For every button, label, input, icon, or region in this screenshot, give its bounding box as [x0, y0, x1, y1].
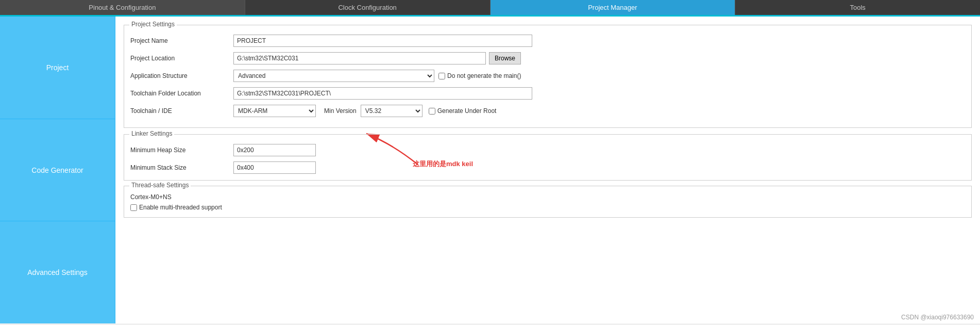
main-layout: Project Code Generator Advanced Settings… [0, 17, 980, 323]
project-location-row: Project Location Browse [130, 52, 965, 64]
generate-under-root-checkbox[interactable] [429, 108, 435, 115]
min-heap-label: Minimum Heap Size [130, 147, 233, 154]
sidebar-item-project[interactable]: Project [0, 17, 115, 119]
nav-tools[interactable]: Tools [735, 0, 980, 15]
toolchain-ide-select[interactable]: MDK-ARM [233, 105, 316, 117]
app-structure-row: Application Structure Advanced Do not ge… [130, 70, 965, 82]
enable-multi-threaded-label: Enable multi-threaded support [130, 204, 965, 211]
project-location-input[interactable] [233, 52, 486, 64]
project-settings-group: Project Settings Project Name Project Lo… [124, 25, 972, 128]
toolchain-folder-row: Toolchain Folder Location [130, 87, 965, 100]
sidebar-item-code-generator[interactable]: Code Generator [0, 119, 115, 222]
project-location-label: Project Location [130, 55, 233, 62]
min-version-label: Min Version [324, 107, 357, 115]
min-stack-label: Minimum Stack Size [130, 164, 233, 171]
toolchain-folder-input[interactable] [233, 87, 532, 100]
do-not-generate-checkbox[interactable] [438, 73, 445, 79]
app-structure-select[interactable]: Advanced [233, 70, 434, 82]
toolchain-folder-label: Toolchain Folder Location [130, 90, 233, 97]
watermark: CSDN @xiaoqi976633690 [901, 314, 974, 321]
min-stack-input[interactable] [233, 161, 316, 174]
content-inner: Project Settings Project Name Project Lo… [115, 17, 980, 226]
project-settings-title: Project Settings [129, 21, 177, 28]
top-nav: Pinout & Configuration Clock Configurati… [0, 0, 980, 17]
cortex-label: Cortex-M0+NS [130, 193, 965, 201]
nav-clock[interactable]: Clock Configuration [245, 0, 491, 15]
thread-safe-title: Thread-safe Settings [129, 182, 191, 189]
enable-multi-threaded-checkbox[interactable] [130, 204, 137, 211]
min-heap-input[interactable] [233, 144, 316, 156]
thread-safe-settings-group: Thread-safe Settings Cortex-M0+NS Enable… [124, 186, 972, 218]
project-name-input[interactable] [233, 35, 532, 47]
browse-button[interactable]: Browse [489, 52, 521, 64]
content-area: Project Settings Project Name Project Lo… [115, 17, 980, 323]
app-structure-label: Application Structure [130, 72, 233, 79]
sidebar-item-advanced-settings[interactable]: Advanced Settings [0, 221, 115, 323]
min-heap-row: Minimum Heap Size [130, 144, 965, 156]
generate-under-root-label: Generate Under Root [429, 107, 497, 115]
linker-settings-group: Linker Settings Minimum Heap Size Minimu… [124, 134, 972, 181]
nav-project-manager[interactable]: Project Manager [491, 0, 736, 15]
nav-pinout[interactable]: Pinout & Configuration [0, 0, 245, 15]
toolchain-ide-label: Toolchain / IDE [130, 107, 233, 115]
project-name-row: Project Name [130, 35, 965, 47]
do-not-generate-checkbox-label: Do not generate the main() [438, 72, 521, 79]
sidebar: Project Code Generator Advanced Settings [0, 17, 115, 323]
min-version-select[interactable]: V5.32 [361, 105, 423, 117]
project-name-label: Project Name [130, 37, 233, 44]
min-stack-row: Minimum Stack Size [130, 161, 965, 174]
toolchain-ide-row: Toolchain / IDE MDK-ARM Min Version V5.3… [130, 105, 965, 117]
linker-settings-title: Linker Settings [129, 130, 174, 137]
